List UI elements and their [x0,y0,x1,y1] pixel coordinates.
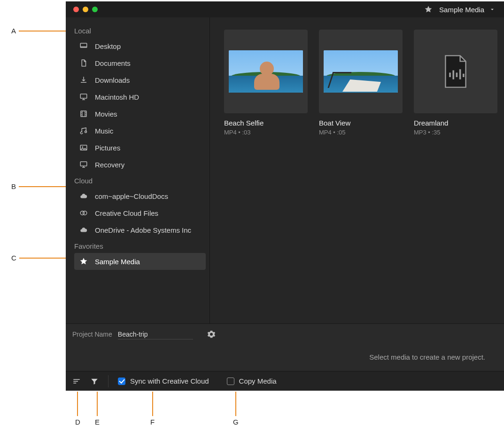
copy-media-option[interactable]: Copy Media [227,377,277,385]
download-icon [79,76,88,84]
path-dropdown[interactable]: Sample Media [439,5,496,14]
sidebar-item-label: Desktop [95,42,121,50]
filter-icon[interactable] [90,377,99,386]
media-grid: Beach SelfieMP4 • :03Boat ViewMP4 • :05D… [209,17,504,323]
callout-c: C [11,254,16,262]
sidebar-item-onedrive-adobe-systems-inc[interactable]: OneDrive - Adobe Systems Inc [74,221,206,238]
sync-label: Sync with Creative Cloud [130,377,209,385]
sidebar-item-label: OneDrive - Adobe Systems Inc [95,226,191,234]
sidebar-item-recovery[interactable]: Recovery [74,156,206,173]
cloud-icon [79,192,88,200]
sidebar-item-label: Recovery [95,161,124,169]
media-card[interactable]: Beach SelfieMP4 • :03 [224,30,308,136]
bottom-bar: Sync with Creative Cloud Copy Media [66,371,504,391]
project-name-input[interactable] [118,330,193,339]
sidebar-item-label: Music [95,127,113,135]
sidebar-item-movies[interactable]: Movies [74,105,206,122]
sidebar-section-header: Favorites [74,238,206,253]
divider [108,375,109,387]
checkbox-icon [118,378,125,385]
callout-d: D [75,418,80,425]
media-title: Dreamland [414,119,497,127]
project-name-label: Project Name [72,331,112,338]
document-icon [79,59,88,67]
media-thumbnail [319,30,403,113]
sidebar-item-downloads[interactable]: Downloads [74,71,206,88]
sidebar-item-label: Movies [95,110,117,118]
sidebar-item-com-apple-clouddocs[interactable]: com~apple~CloudDocs [74,188,206,205]
sidebar-item-label: Downloads [95,76,130,84]
media-card[interactable]: DreamlandMP3 • :35 [414,30,497,136]
chevron-down-icon [488,5,496,14]
svg-point-8 [83,211,87,215]
svg-rect-6 [80,162,87,166]
media-meta: MP4 • :05 [319,129,403,136]
star-icon [79,257,88,266]
sidebar-item-documents[interactable]: Documents [74,55,206,71]
minimize-window-button[interactable] [83,7,88,12]
desktop-icon [79,42,88,50]
callout-b: B [11,182,16,190]
audio-file-icon [442,55,469,88]
cloud-icon [79,226,88,234]
callout-e: E [95,418,100,425]
checkbox-icon [227,378,234,385]
sidebar-item-sample-media[interactable]: Sample Media [74,253,206,270]
callout-g: G [233,418,239,425]
image-icon [79,143,88,152]
sort-icon[interactable] [72,377,81,386]
sidebar-item-creative-cloud-files[interactable]: Creative Cloud Files [74,205,206,221]
music-icon [79,126,88,135]
callout-f: F [150,418,155,425]
sidebar-item-macintosh-hd[interactable]: Macintosh HD [74,88,206,105]
sidebar-section-header: Local [74,23,206,38]
sidebar-item-label: Documents [95,59,131,67]
sync-creative-cloud-option[interactable]: Sync with Creative Cloud [118,377,209,385]
svg-point-3 [85,131,87,133]
monitor-icon [79,93,88,101]
sidebar-item-desktop[interactable]: Desktop [74,38,206,55]
titlebar: Sample Media [66,1,504,17]
favorite-star-icon[interactable] [424,5,433,14]
media-thumbnail [414,30,497,113]
cclogo-icon [79,209,88,217]
sidebar: LocalDesktopDocumentsDownloadsMacintosh … [66,17,209,323]
media-meta: MP3 • :35 [414,129,497,136]
path-label: Sample Media [439,6,484,14]
empty-state-hint: Select media to create a new project. [369,353,485,361]
svg-rect-2 [81,111,86,117]
sidebar-item-pictures[interactable]: Pictures [74,139,206,156]
svg-point-5 [82,146,83,147]
sidebar-item-label: com~apple~CloudDocs [95,192,168,200]
window-controls [73,7,98,12]
sidebar-item-label: Sample Media [95,258,140,266]
media-title: Beach Selfie [224,119,308,127]
gear-icon[interactable] [207,330,216,338]
svg-rect-1 [80,94,87,98]
film-icon [79,110,88,118]
sidebar-item-label: Creative Cloud Files [95,209,158,217]
close-window-button[interactable] [73,7,79,12]
sidebar-item-label: Macintosh HD [95,93,139,101]
maximize-window-button[interactable] [92,7,98,12]
media-card[interactable]: Boat ViewMP4 • :05 [319,30,403,136]
monitor-icon [79,160,88,169]
copy-label: Copy Media [239,377,277,385]
sidebar-item-music[interactable]: Music [74,122,206,139]
media-meta: MP4 • :03 [224,129,308,136]
app-window: Sample Media LocalDesktopDocumentsDownlo… [66,1,504,391]
media-title: Boat View [319,119,403,127]
lower-panel: Project Name Select media to create a ne… [66,323,504,391]
sidebar-section-header: Cloud [74,173,206,188]
media-thumbnail [224,30,308,113]
sidebar-item-label: Pictures [95,144,120,152]
callout-a: A [11,27,16,35]
